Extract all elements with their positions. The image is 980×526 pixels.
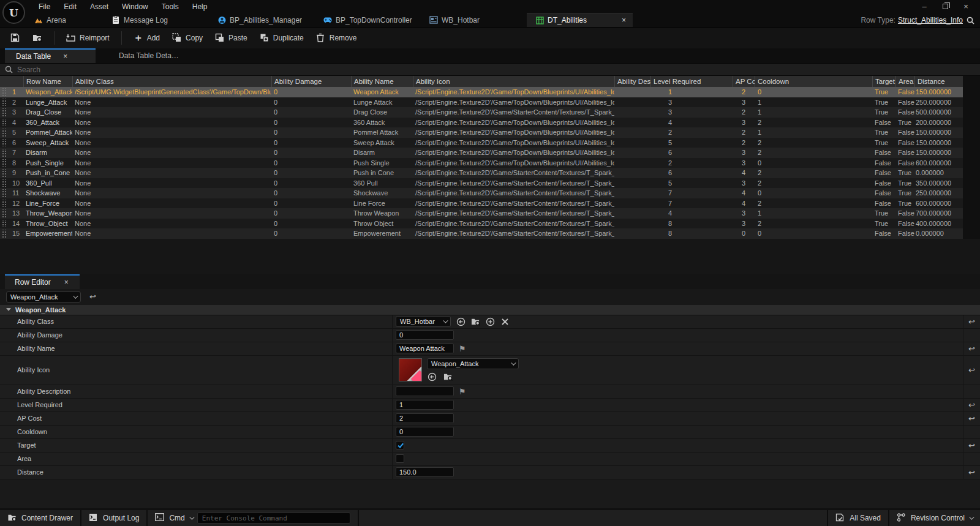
column-header-ability_class[interactable]: Ability Class (72, 76, 271, 87)
table-row[interactable]: 9Push_in_ConeNone0Push in Cone/Script/En… (0, 168, 963, 178)
ability-damage-input[interactable] (396, 330, 454, 340)
close-icon[interactable]: × (64, 278, 69, 287)
column-header-ap_cost[interactable]: AP Cost (733, 76, 755, 87)
table-row[interactable]: 8Push_SingleNone0Push Single/Script/Engi… (0, 158, 963, 168)
column-header-row_name[interactable]: Row Name (23, 76, 72, 87)
reset-to-default-icon[interactable]: ↩ (968, 366, 975, 375)
row-drag-handle-icon[interactable] (2, 179, 7, 187)
row-drag-handle-icon[interactable] (2, 200, 7, 208)
row-drag-handle-icon[interactable] (2, 129, 7, 137)
target-checkbox[interactable] (396, 441, 404, 449)
column-header-ability_icon[interactable]: Ability Icon (413, 76, 614, 87)
menu-item-window[interactable]: Window (115, 1, 155, 13)
asset-tab-wb_hotbar[interactable]: WB_Hotbar (421, 13, 527, 27)
row-drag-handle-icon[interactable] (2, 189, 7, 197)
minimize-icon[interactable]: – (916, 2, 932, 11)
asset-tab-message log[interactable]: Message Log (103, 13, 209, 27)
ability-name-input[interactable] (396, 344, 454, 353)
row-drag-handle-icon[interactable] (2, 119, 7, 127)
use-selected-asset-icon[interactable] (456, 317, 466, 326)
row-drag-handle-icon[interactable] (2, 220, 7, 228)
row-drag-handle-icon[interactable] (2, 108, 7, 116)
paste-button[interactable]: Paste (209, 30, 253, 46)
ability-class-dropdown[interactable]: WB_Hotbar (396, 316, 451, 327)
localization-flag-icon[interactable]: ⚑ (459, 344, 466, 353)
add-button[interactable]: ＋ Add (128, 31, 165, 45)
localization-flag-icon[interactable]: ⚑ (459, 387, 466, 396)
table-row[interactable]: 6Sweep_AttackNone0Sweep Attack/Script/En… (0, 138, 963, 148)
reset-to-default-icon[interactable]: ↩ (968, 468, 975, 477)
maximize-icon[interactable] (937, 2, 953, 11)
reset-to-default-icon[interactable]: ↩ (968, 441, 975, 450)
tab-data-table[interactable]: Data Table × (5, 48, 96, 63)
asset-tab-dt_abilities[interactable]: DT_Abilities× (527, 13, 633, 27)
area-checkbox[interactable] (396, 454, 404, 463)
menu-item-asset[interactable]: Asset (83, 1, 115, 13)
close-icon[interactable]: × (958, 2, 974, 11)
reset-to-default-icon[interactable]: ↩ (968, 414, 975, 423)
menu-item-help[interactable]: Help (186, 1, 214, 13)
copy-button[interactable]: Copy (167, 30, 208, 46)
ap-cost-input[interactable] (396, 413, 454, 423)
use-selected-asset-icon[interactable] (427, 372, 437, 381)
table-row[interactable]: 15EmpowerementNone0Empowerement/Script/E… (0, 228, 963, 239)
row-type-value[interactable]: Struct_Abilities_Info (898, 16, 963, 24)
column-header-level_required[interactable]: Level Required (650, 76, 733, 87)
reimport-button[interactable]: Reimport (61, 30, 115, 46)
distance-input[interactable] (396, 467, 454, 477)
asset-tab-bp_abilities_manager[interactable]: BP_Abilities_Manager (209, 13, 315, 27)
table-row[interactable]: 14Throw_ObjectNone0Throw Object/Script/E… (0, 219, 963, 229)
tab-row-editor[interactable]: Row Editor × (5, 274, 80, 289)
table-row[interactable]: 12Line_ForceNone0Line Force/Script/Engin… (0, 198, 963, 209)
ability-icon-dropdown[interactable]: Weapon_Attack (427, 358, 519, 369)
row-drag-handle-icon[interactable] (2, 149, 7, 157)
row-drag-handle-icon[interactable] (2, 139, 7, 147)
close-icon[interactable]: × (620, 16, 628, 24)
row-selector-dropdown[interactable]: Weapon_Attack (6, 291, 81, 302)
asset-tab-bp_topdowncontroller[interactable]: BP_TopDownController (315, 13, 421, 27)
browse-button[interactable] (27, 30, 48, 46)
reset-to-default-icon[interactable]: ↩ (968, 317, 975, 326)
console-command-input[interactable] (197, 513, 350, 524)
add-class-icon[interactable] (485, 317, 495, 326)
search-input[interactable] (17, 66, 385, 74)
column-header-distance[interactable]: Distance (914, 76, 963, 87)
reset-to-default-icon[interactable]: ↩ (968, 400, 975, 410)
search-icon[interactable] (965, 15, 975, 25)
table-row[interactable]: 11ShockwaveNone0Shockwave/Script/Engine.… (0, 188, 963, 198)
close-icon[interactable]: × (63, 52, 67, 61)
all-saved-button[interactable]: All Saved (828, 510, 888, 526)
table-row[interactable]: 10360_PullNone0360 Pull/Script/Engine.Te… (0, 178, 963, 189)
row-drag-handle-icon[interactable] (2, 88, 7, 96)
menu-item-file[interactable]: File (32, 1, 57, 13)
column-header-cooldown[interactable]: Cooldown (755, 76, 872, 87)
row-drag-handle-icon[interactable] (2, 169, 7, 177)
row-drag-handle-icon[interactable] (2, 99, 7, 107)
undo-icon[interactable]: ↩ (89, 292, 96, 301)
chevron-down-icon[interactable] (189, 514, 194, 519)
row-drag-handle-icon[interactable] (2, 230, 7, 238)
cooldown-input[interactable] (396, 427, 454, 437)
menu-item-tools[interactable]: Tools (155, 1, 186, 13)
tab-data-table-details[interactable]: Data Table Deta… (96, 48, 186, 63)
save-button[interactable] (5, 30, 26, 46)
table-row[interactable]: 5Pommel_AttackNone0Pommel Attack/Script/… (0, 127, 963, 138)
table-row[interactable]: 4360_AttackNone0360 Attack/Script/Engine… (0, 118, 963, 128)
column-header-target[interactable]: Target (872, 76, 895, 87)
content-drawer-button[interactable]: Content Drawer (0, 510, 80, 526)
table-row[interactable]: 13Throw_WeaponNone0Throw Weapon/Script/E… (0, 208, 963, 219)
column-header-area[interactable]: Area (895, 76, 914, 87)
clear-class-icon[interactable] (500, 317, 510, 326)
row-category-header[interactable]: Weapon_Attack (0, 305, 980, 315)
browse-to-asset-icon[interactable] (443, 372, 453, 381)
column-header-ability_description[interactable]: Ability Descriptio (614, 76, 650, 87)
table-row[interactable]: 2Lunge_AttackNone0Lunge Attack/Script/En… (0, 97, 963, 108)
duplicate-button[interactable]: Duplicate (254, 30, 309, 46)
row-drag-handle-icon[interactable] (2, 209, 7, 217)
column-header-ability_damage[interactable]: Ability Damage (271, 76, 351, 87)
output-log-button[interactable]: Output Log (81, 510, 146, 526)
browse-to-asset-icon[interactable] (470, 317, 480, 326)
ability-description-input[interactable] (396, 386, 454, 396)
level-required-input[interactable] (396, 400, 454, 410)
cmd-label[interactable]: Cmd (169, 514, 184, 522)
